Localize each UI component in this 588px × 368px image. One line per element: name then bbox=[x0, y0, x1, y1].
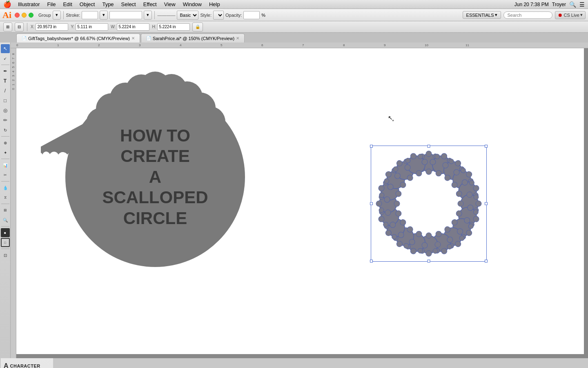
menu-window[interactable]: Window bbox=[180, 1, 205, 8]
sep2 bbox=[154, 11, 155, 19]
stroke-dropdown[interactable]: ▾ bbox=[100, 11, 108, 20]
main-layout: ↖ ↙ ✒ T / □ ◎ ✏ ↻ ⊕ ✦ 📊 ✂ 💧 ⧖ ⊞ 🔍 ■ □ ⊡ … bbox=[0, 43, 588, 358]
blend-tool2[interactable]: ⧖ bbox=[1, 193, 10, 202]
opacity-pct: % bbox=[261, 13, 265, 18]
fill-dropdown[interactable]: ▾ bbox=[144, 11, 152, 20]
tool-sep-5 bbox=[1, 204, 9, 204]
symbol-tool[interactable]: ✦ bbox=[1, 148, 10, 157]
pen-tool[interactable]: ✒ bbox=[1, 67, 10, 76]
select-tool[interactable]: ↖ bbox=[1, 44, 10, 53]
brush-type[interactable]: Basic bbox=[177, 11, 198, 20]
stroke-swatch[interactable]: □ bbox=[1, 238, 10, 247]
cs-live-button[interactable]: ⏺ CS Live ▾ bbox=[555, 11, 586, 19]
rect-tool[interactable]: □ bbox=[1, 96, 10, 105]
menu-effect[interactable]: Effect bbox=[140, 1, 160, 8]
search-input[interactable] bbox=[503, 11, 552, 19]
pencil-tool[interactable]: ✏ bbox=[1, 116, 10, 125]
tool-sep-2 bbox=[1, 136, 9, 137]
menu-edit[interactable]: Edit bbox=[60, 1, 75, 8]
screen-mode[interactable]: ⊡ bbox=[1, 251, 10, 260]
sep1 bbox=[63, 11, 64, 19]
type-tool[interactable]: T bbox=[1, 76, 10, 85]
line-tool[interactable]: / bbox=[1, 86, 10, 95]
y-input[interactable] bbox=[76, 23, 108, 31]
menu-type[interactable]: Type bbox=[99, 1, 117, 8]
align-btn[interactable]: ⊟ bbox=[15, 22, 24, 31]
w-input[interactable] bbox=[117, 23, 149, 31]
paintbrush-tool[interactable]: ◎ bbox=[1, 106, 10, 115]
h-label: H: bbox=[152, 25, 156, 29]
svg-point-22 bbox=[126, 74, 157, 105]
svg-point-24 bbox=[426, 151, 432, 157]
tool-sep-7 bbox=[1, 249, 9, 249]
opacity-label: Opacity: bbox=[225, 13, 242, 18]
window-close[interactable] bbox=[15, 13, 20, 18]
ai-logo: Ai bbox=[2, 10, 11, 20]
style-label: Style: bbox=[200, 13, 212, 18]
ring-svg bbox=[376, 150, 482, 257]
window-minimize[interactable] bbox=[22, 13, 27, 18]
character-icon: A bbox=[4, 362, 9, 368]
constraint-btn[interactable]: 🔒 bbox=[192, 22, 203, 31]
character-section[interactable]: A CHARACTER bbox=[0, 358, 53, 368]
menu-file[interactable]: File bbox=[44, 1, 59, 8]
transform-btn[interactable]: ⊞ bbox=[3, 22, 12, 31]
fill-color[interactable] bbox=[109, 11, 142, 19]
tab-sarahprice[interactable]: 📄 SarahPrice.ai* @ 150% (CMYK/Preview) ✕ bbox=[141, 34, 245, 43]
h-input[interactable] bbox=[157, 23, 190, 31]
tab-gifttags[interactable]: 📄 GiftTags_babyshower* @ 66.67% (CMYK/Pr… bbox=[16, 34, 140, 43]
w-label: W: bbox=[111, 25, 116, 29]
zoom-tool[interactable]: 🔍 bbox=[1, 215, 10, 224]
stroke-input[interactable] bbox=[82, 11, 98, 19]
opacity-input[interactable]: 100 bbox=[243, 11, 260, 19]
main-toolbar: Ai Group ▾ Stroke: ▾ ▾ ———— Basic Style:… bbox=[0, 9, 588, 21]
fill-swatch[interactable]: ■ bbox=[1, 228, 10, 237]
window-maximize[interactable] bbox=[29, 13, 33, 18]
menu-time: Jun 20 7:38 PM bbox=[514, 2, 549, 7]
column-graph-tool[interactable]: 📊 bbox=[1, 161, 10, 170]
group-dropdown[interactable]: ▾ bbox=[53, 11, 61, 20]
menu-help[interactable]: Help bbox=[206, 1, 223, 8]
blend-tool[interactable]: ⊕ bbox=[1, 138, 10, 147]
menu-user: Troyer bbox=[552, 2, 566, 7]
right-panel: A CHARACTER ¶ PARAGRAPH O OPENTYPE ⚓ ✦ ≡… bbox=[0, 358, 53, 368]
tool-sep-4 bbox=[1, 181, 9, 182]
svg-point-25 bbox=[426, 169, 432, 175]
menu-illustrator[interactable]: Illustrator bbox=[15, 1, 43, 8]
x-label: X: bbox=[31, 25, 34, 29]
menu-object[interactable]: Object bbox=[76, 1, 98, 8]
svg-point-96 bbox=[426, 251, 432, 256]
apple-menu[interactable]: 🍎 bbox=[3, 0, 11, 8]
svg-point-135 bbox=[379, 208, 384, 213]
svg-point-100 bbox=[433, 249, 438, 254]
svg-point-97 bbox=[426, 233, 432, 238]
artboard-tool[interactable]: ⊞ bbox=[1, 206, 10, 215]
search-icon[interactable]: 🔍 bbox=[569, 1, 576, 8]
svg-point-65 bbox=[474, 195, 479, 200]
ring-container[interactable] bbox=[376, 150, 482, 257]
main-text-line1: HOW TO CREATE bbox=[98, 126, 212, 167]
eyedropper-tool[interactable]: 💧 bbox=[1, 183, 10, 192]
svg-point-132 bbox=[394, 201, 400, 206]
svg-point-98 bbox=[435, 242, 441, 247]
artboard: HOW TO CREATE A SCALLOPED CIRCLE bbox=[16, 48, 584, 354]
canvas-area[interactable]: 0 1 2 3 4 5 6 7 8 9 10 11 0 1 2 3 4 5 6 … bbox=[11, 43, 588, 358]
slice-tool[interactable]: ✂ bbox=[1, 171, 10, 180]
menu-select[interactable]: Select bbox=[118, 1, 139, 8]
rotate-tool[interactable]: ↻ bbox=[1, 126, 10, 135]
x-input[interactable] bbox=[36, 23, 68, 31]
scalloped-circle-container: HOW TO CREATE A SCALLOPED CIRCLE bbox=[41, 61, 270, 294]
svg-point-133 bbox=[385, 210, 391, 215]
svg-point-62 bbox=[458, 201, 463, 206]
character-label: CHARACTER bbox=[10, 364, 40, 368]
svg-point-131 bbox=[376, 201, 382, 206]
essentials-button[interactable]: ESSENTIALS ▾ bbox=[463, 11, 501, 19]
sep3 bbox=[27, 23, 27, 31]
svg-point-63 bbox=[467, 192, 472, 197]
tool-sep-3 bbox=[1, 159, 9, 159]
menu-extra: ☰ bbox=[579, 1, 585, 8]
style-select[interactable] bbox=[213, 11, 224, 20]
tool-sep-6 bbox=[1, 226, 9, 227]
direct-select-tool[interactable]: ↙ bbox=[1, 54, 10, 63]
menu-view[interactable]: View bbox=[161, 1, 179, 8]
